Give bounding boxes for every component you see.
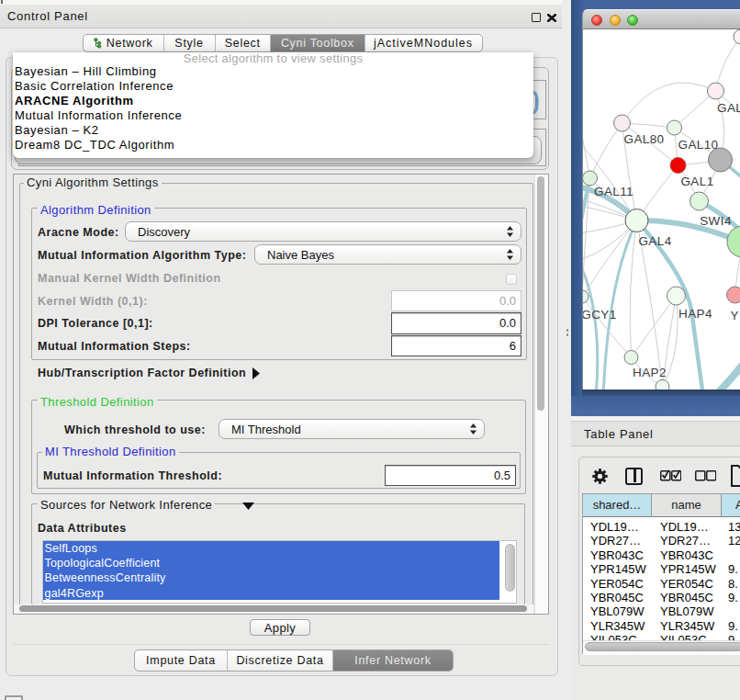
svg-text:HAP4: HAP4: [678, 307, 712, 321]
svg-text:Y: Y: [731, 309, 739, 322]
svg-text:GAL1: GAL1: [680, 175, 713, 188]
svg-text:HAP2: HAP2: [633, 366, 667, 379]
svg-text:GAL80: GAL80: [623, 132, 664, 146]
svg-text:GCY1: GCY1: [583, 308, 617, 322]
svg-text:GAL10: GAL10: [678, 138, 718, 152]
svg-text:GAL11: GAL11: [594, 185, 633, 198]
svg-text:GAL: GAL: [717, 101, 740, 115]
svg-text:SWI4: SWI4: [700, 214, 732, 228]
svg-text:GAL4: GAL4: [638, 234, 671, 248]
